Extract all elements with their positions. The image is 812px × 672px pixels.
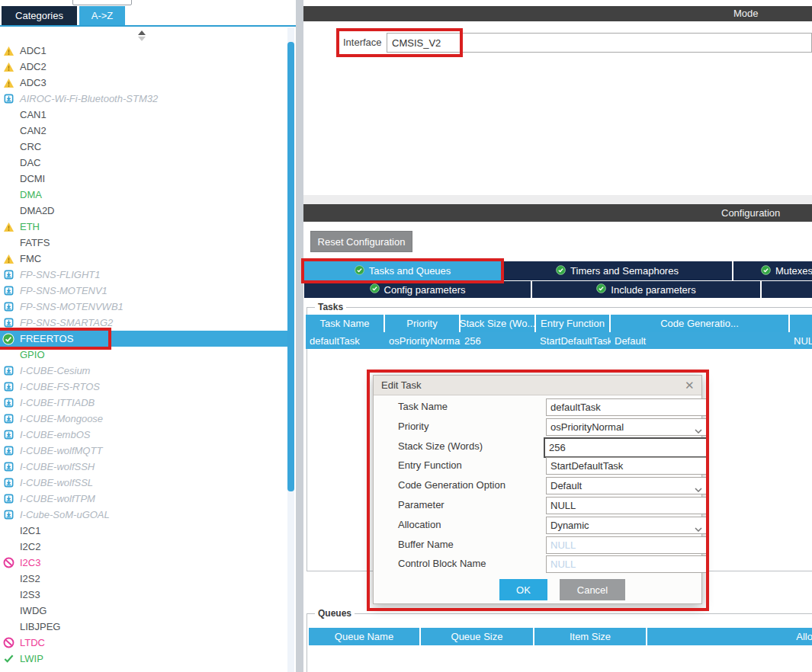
edit-task-dialog-titlebar[interactable]: Edit Task — [374, 376, 701, 395]
cancel-button[interactable]: Cancel — [560, 579, 625, 600]
sidebar-item-i2c1[interactable]: I2C1 — [0, 523, 287, 539]
table-cell[interactable]: 256 — [461, 332, 538, 349]
sidebar-item-airoc-wi-fi-bluetooth-stm32[interactable]: AIROC-Wi-Fi-Bluetooth-STM32 — [0, 91, 287, 107]
sidebar-item-i2s2[interactable]: I2S2 — [0, 571, 287, 587]
column-header[interactable]: Item Size — [534, 628, 646, 645]
column-header[interactable]: Allocation — [647, 628, 812, 645]
tab-mutexes[interactable]: Mutexes — [733, 261, 812, 280]
table-cell[interactable]: Default — [611, 332, 792, 349]
sidebar-item-adc1[interactable]: ADC1 — [0, 43, 287, 59]
ok-button-label: OK — [516, 584, 531, 596]
dialog-field-label: Code Generation Option — [398, 479, 505, 491]
column-header[interactable]: Queue Name — [309, 628, 419, 645]
sidebar-item-dcmi[interactable]: DCMI — [0, 171, 287, 187]
sidebar-item-crc[interactable]: CRC — [0, 139, 287, 155]
sidebar-item-i-cube-wolfssh[interactable]: I-CUBE-wolfSSH — [0, 459, 287, 475]
chevron-down-icon — [695, 523, 702, 534]
sidebar-item-fp-sns-smartag2[interactable]: FP-SNS-SMARTAG2 — [0, 315, 287, 331]
sidebar-item-i2s3[interactable]: I2S3 — [0, 587, 287, 603]
column-header[interactable]: Entry Function — [536, 315, 609, 332]
reset-configuration-label: Reset Configuration — [318, 236, 406, 248]
sidebar-item-fp-sns-flight1[interactable]: FP-SNS-FLIGHT1 — [0, 267, 287, 283]
check-badge-icon — [370, 283, 380, 296]
sidebar-item-freertos[interactable]: FREERTOS — [0, 331, 287, 347]
sidebar-item-i-cube-wolftpm[interactable]: I-CUBE-wolfTPM — [0, 491, 287, 507]
tab-config-parameters[interactable]: Config parameters — [304, 281, 531, 298]
sidebar-item-label: DMA — [20, 189, 42, 200]
sidebar-item-dma[interactable]: DMA — [0, 187, 287, 203]
column-header[interactable]: Task Name — [306, 315, 384, 332]
sidebar-item-fp-sns-motenv1[interactable]: FP-SNS-MOTENV1 — [0, 283, 287, 299]
sidebar-item-i-cube-som-ugoal[interactable]: I-Cube-SoM-uGOAL — [0, 507, 287, 523]
sidebar-item-fatfs[interactable]: FATFS — [0, 235, 287, 251]
control-block-name-field[interactable]: NULL — [546, 555, 707, 573]
sidebar-item-i2c2[interactable]: I2C2 — [0, 539, 287, 555]
pane-splitter[interactable] — [296, 0, 303, 672]
reset-configuration-button[interactable]: Reset Configuration — [310, 231, 412, 252]
sidebar-item-i-cube-mongoose[interactable]: I-CUBE-Mongoose — [0, 411, 287, 427]
priority-select[interactable]: osPriorityNormal — [546, 418, 707, 436]
sidebar-item-label: IWDG — [20, 605, 47, 616]
stack-size-words--field[interactable]: 256 — [544, 437, 709, 458]
code-generation-option-select[interactable]: Default — [546, 477, 707, 494]
sidebar-item-adc2[interactable]: ADC2 — [0, 59, 287, 75]
sidebar-item-i-cube-wolfssl[interactable]: I-CUBE-wolfSSL — [0, 475, 287, 491]
download-icon — [2, 509, 14, 521]
sidebar-item-i-cube-wolfmqtt[interactable]: I-CUBE-wolfMQTT — [0, 443, 287, 459]
entry-function-field[interactable]: StartDefaultTask — [546, 457, 707, 475]
column-header[interactable]: Code Generatio... — [611, 315, 788, 332]
sidebar-scrollbar-thumb[interactable] — [287, 42, 294, 491]
sidebar-item-fmc[interactable]: FMC — [0, 251, 287, 267]
tab-timers-and-semaphores[interactable]: Timers and Semaphores — [502, 261, 732, 280]
column-header[interactable]: Priority — [385, 315, 459, 332]
sidebar-item-i-cube-cesium[interactable]: I-CUBE-Cesium — [0, 363, 287, 379]
sidebar-item-i-cube-ittiadb[interactable]: I-CUBE-ITTIADB — [0, 395, 287, 411]
sidebar-item-can1[interactable]: CAN1 — [0, 107, 287, 123]
sidebar-item-ltdc[interactable]: LTDC — [0, 635, 287, 651]
allocation-select[interactable]: Dynamic — [546, 517, 707, 534]
sidebar-item-lwip[interactable]: LWIP — [0, 651, 287, 667]
sidebar-item-can2[interactable]: CAN2 — [0, 123, 287, 139]
column-header[interactable]: Queue Size — [421, 628, 533, 645]
ban-icon — [2, 637, 14, 649]
ban-icon — [2, 557, 14, 569]
tab-tasks-and-queues[interactable]: Tasks and Queues — [304, 261, 501, 280]
sidebar-item-label: GPIO — [20, 349, 45, 360]
column-header[interactable]: Stack Size (Wo... — [461, 315, 534, 332]
close-icon[interactable]: ✕ — [685, 379, 695, 391]
parameter-field[interactable]: NULL — [546, 497, 707, 514]
check-badge-icon — [596, 283, 606, 296]
sidebar-item-dma2d[interactable]: DMA2D — [0, 203, 287, 219]
sidebar-item-adc3[interactable]: ADC3 — [0, 75, 287, 91]
table-cell[interactable]: NULL — [790, 332, 812, 349]
sidebar-item-label: I2S3 — [20, 589, 40, 600]
sidebar-item-gpio[interactable]: GPIO — [0, 347, 287, 363]
tab-include-parameters[interactable]: Include parameters — [532, 281, 760, 298]
table-cell[interactable]: defaultTask — [306, 332, 387, 349]
interface-combo[interactable]: CMSIS_V2 — [387, 33, 812, 53]
sidebar-item-fp-sns-motenvwb1[interactable]: FP-SNS-MOTENVWB1 — [0, 299, 287, 315]
interface-label: Interface — [343, 37, 382, 48]
task-name-field[interactable]: defaultTask — [546, 398, 707, 416]
download-icon — [2, 93, 14, 105]
no-icon — [2, 525, 14, 537]
buffer-name-field[interactable]: NULL — [546, 536, 707, 554]
table-cell[interactable]: osPriorityNormal — [385, 332, 463, 349]
sidebar-item-i-cube-embos[interactable]: I-CUBE-embOS — [0, 427, 287, 443]
edit-task-dialog-title: Edit Task — [381, 379, 422, 391]
sidebar-item-eth[interactable]: ETH — [0, 219, 287, 235]
sidebar-item-libjpeg[interactable]: LIBJPEG — [0, 619, 287, 635]
no-icon — [2, 205, 14, 217]
sidebar-item-label: I-CUBE-Mongoose — [20, 413, 103, 424]
sidebar-item-dac[interactable]: DAC — [0, 155, 287, 171]
sidebar-item-i-cube-fs-rtos[interactable]: I-CUBE-FS-RTOS — [0, 379, 287, 395]
sidebar-item-i2c3[interactable]: I2C3 — [0, 555, 287, 571]
tab-empty[interactable] — [762, 281, 812, 298]
sidebar-item-iwdg[interactable]: IWDG — [0, 603, 287, 619]
column-header[interactable] — [790, 315, 812, 332]
no-icon — [2, 125, 14, 137]
sidebar-item-label: I-CUBE-embOS — [20, 429, 90, 440]
ok-button[interactable]: OK — [499, 579, 547, 600]
table-cell[interactable]: StartDefaultTask — [536, 332, 613, 349]
sidebar-item-label: LWIP — [20, 653, 43, 664]
